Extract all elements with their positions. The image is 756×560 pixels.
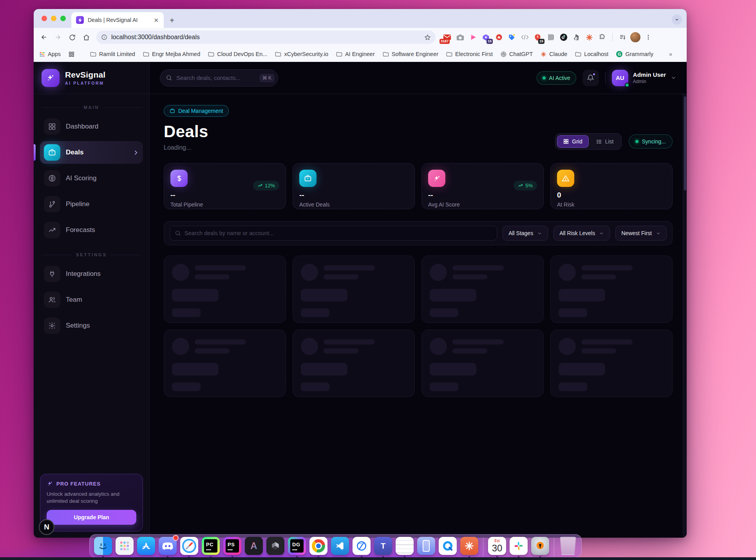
global-search-input[interactable]: Search deals, contacts... ⌘ K xyxy=(160,69,278,87)
search-shortcut: ⌘ K xyxy=(259,74,275,82)
hand-sketch-extension-icon[interactable] xyxy=(571,32,582,43)
bookmark-folder-electronic-first[interactable]: Electronic First xyxy=(446,51,493,57)
sidebar-item-ai-scoring[interactable]: AI Scoring xyxy=(40,167,143,190)
briefcase-stat-icon xyxy=(299,170,317,187)
zoom-window-button[interactable] xyxy=(60,16,66,21)
sort-dropdown[interactable]: Newest First xyxy=(615,226,667,241)
dock-safari[interactable] xyxy=(180,537,199,558)
page-title: Deals xyxy=(164,122,229,141)
chrome-menu-icon[interactable] xyxy=(643,32,653,43)
forward-icon[interactable] xyxy=(52,31,64,43)
dock-notes[interactable] xyxy=(395,537,414,558)
url-text[interactable]: localhost:3000/dashboard/deals xyxy=(111,34,420,41)
dock-xcode[interactable] xyxy=(352,537,371,558)
page-scrollbar[interactable] xyxy=(683,94,687,538)
dock-launchpad[interactable] xyxy=(115,537,134,558)
deals-search-field[interactable] xyxy=(170,226,497,241)
bookmark-chatgpt[interactable]: ChatGPT xyxy=(501,51,533,57)
user-menu[interactable]: AU Admin User Admin xyxy=(612,70,676,86)
sidebar-item-pipeline[interactable]: Pipeline xyxy=(40,193,143,216)
dock-finder[interactable] xyxy=(94,537,112,558)
tab-search-chevron-icon[interactable] xyxy=(672,14,682,25)
mail-extension-icon[interactable]: 3167 xyxy=(442,32,452,43)
sidebar-item-team[interactable]: Team xyxy=(40,288,143,311)
sidebar-item-dashboard[interactable]: Dashboard xyxy=(40,115,143,138)
back-icon[interactable] xyxy=(38,31,50,43)
code-extension-icon[interactable] xyxy=(519,32,530,43)
minimize-window-button[interactable] xyxy=(51,16,56,21)
bookmark-claude[interactable]: Claude xyxy=(541,51,567,57)
dock-openvpn[interactable] xyxy=(531,537,550,558)
bookmark-grammarly[interactable]: G Grammarly xyxy=(616,51,653,57)
page-subtitle: Loading... xyxy=(164,144,229,151)
brand[interactable]: RevSignal AI PLATFORM xyxy=(34,62,149,94)
dock-discord[interactable] xyxy=(158,537,177,558)
pink-play-extension-icon[interactable] xyxy=(468,32,478,43)
extensions-puzzle-icon[interactable] xyxy=(597,32,608,43)
bookmark-folder-devops[interactable]: Cloud DevOps En... xyxy=(208,51,267,57)
purple-extension-icon[interactable]: 15 xyxy=(481,32,491,43)
dock-quicktime[interactable] xyxy=(438,537,457,558)
bookmark-folder-software-engineer[interactable]: Software Engineer xyxy=(383,51,438,57)
dock-separator xyxy=(554,538,554,556)
upgrade-plan-button[interactable]: Upgrade Plan xyxy=(47,510,136,525)
nextjs-dev-badge[interactable]: N xyxy=(39,519,54,535)
bookmark-folder-ramlit[interactable]: Ramlit Limited xyxy=(90,51,135,57)
dock-datagrip[interactable]: DG xyxy=(288,537,306,558)
dock-trash[interactable] xyxy=(559,537,577,558)
dock-pycharm[interactable]: PC xyxy=(201,537,220,558)
bookmark-folder-localhost[interactable]: Localhost xyxy=(575,51,608,57)
dock-slack[interactable] xyxy=(509,537,528,558)
sidebar-item-deals[interactable]: Deals xyxy=(40,141,143,164)
close-window-button[interactable] xyxy=(42,16,47,21)
dock-phpstorm[interactable]: PS xyxy=(223,537,242,558)
dock-claude[interactable] xyxy=(460,537,479,558)
claude-extension-icon[interactable] xyxy=(584,32,595,43)
new-tab-button[interactable]: + xyxy=(166,14,178,26)
red-extension-icon[interactable]: 15 xyxy=(532,32,543,43)
dock-chrome[interactable] xyxy=(309,537,328,558)
reload-icon[interactable] xyxy=(66,31,78,43)
dock-calendar[interactable]: Fri 30 xyxy=(488,537,506,558)
reading-list-icon[interactable] xyxy=(617,32,628,43)
dock-3d-app[interactable] xyxy=(266,537,285,558)
list-icon xyxy=(596,139,602,145)
pattern-extension-icon[interactable] xyxy=(545,32,556,43)
home-icon[interactable] xyxy=(80,31,92,43)
camera-extension-icon[interactable] xyxy=(455,32,465,43)
dock-app-store[interactable] xyxy=(137,537,156,558)
tiktok-extension-icon[interactable] xyxy=(558,32,569,43)
grid-view-button[interactable]: Grid xyxy=(557,135,588,148)
dock-simulator[interactable] xyxy=(417,537,436,558)
notifications-button[interactable] xyxy=(582,70,599,86)
tab-close-icon[interactable]: ✕ xyxy=(152,16,160,24)
sidebar-item-forecasts[interactable]: Forecasts xyxy=(40,219,143,241)
red-extension-badge: 15 xyxy=(538,39,544,44)
sidebar-item-integrations[interactable]: Integrations xyxy=(40,263,143,285)
claude-dock-icon xyxy=(460,537,478,555)
bookmark-apps[interactable]: Apps xyxy=(39,51,61,57)
sidebar-item-settings[interactable]: Settings xyxy=(40,314,143,337)
list-view-button[interactable]: List xyxy=(590,135,620,148)
dock-a-app[interactable]: A xyxy=(244,537,263,558)
bookmark-folder-ai-engineer[interactable]: AI Engineer xyxy=(336,51,375,57)
stage-filter-dropdown[interactable]: All Stages xyxy=(503,226,548,241)
bookmark-star-icon[interactable] xyxy=(424,34,431,41)
dock-teams[interactable]: T xyxy=(374,537,392,558)
stop-hand-extension-icon[interactable] xyxy=(494,32,504,43)
bookmark-grid-icon[interactable] xyxy=(69,51,74,57)
bookmarks-overflow-chevron[interactable]: » xyxy=(669,51,672,57)
datagrip-icon: DG xyxy=(288,537,306,555)
deals-search-input[interactable] xyxy=(184,230,492,236)
address-bar[interactable]: localhost:3000/dashboard/deals xyxy=(96,31,436,44)
browser-tab[interactable]: Deals | RevSignal AI ✕ xyxy=(71,12,164,28)
dock-vscode[interactable] xyxy=(331,537,349,558)
bookmark-folder-cyber[interactable]: xCyberSecurity.io xyxy=(275,51,328,57)
sync-dot xyxy=(635,140,638,143)
risk-filter-dropdown[interactable]: All Risk Levels xyxy=(553,226,610,241)
bookmark-folder-engr[interactable]: Engr Mejba Ahmed xyxy=(143,51,200,57)
deals-content: Deal Management Deals Loading... Grid xyxy=(150,94,687,538)
profile-avatar[interactable] xyxy=(630,32,640,42)
tag-extension-icon[interactable] xyxy=(506,32,517,43)
scrollbar-thumb[interactable] xyxy=(684,96,686,190)
